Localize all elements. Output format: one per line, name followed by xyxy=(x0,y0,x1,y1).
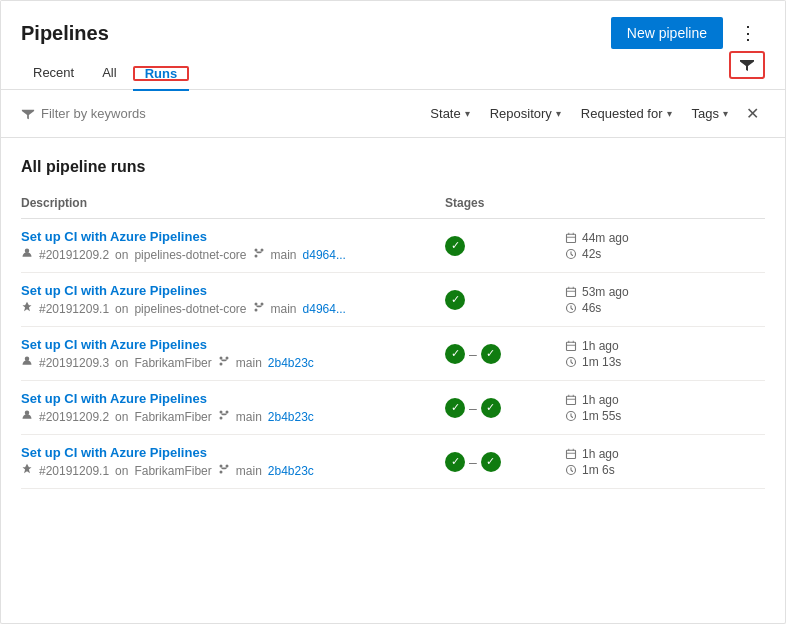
tab-runs[interactable]: Runs xyxy=(133,58,190,91)
more-options-button[interactable]: ⋮ xyxy=(731,18,765,48)
tab-recent[interactable]: Recent xyxy=(21,57,86,90)
stage-dash: – xyxy=(469,400,477,416)
clock-icon xyxy=(565,248,577,260)
header-actions: New pipeline ⋮ xyxy=(611,17,765,49)
stages-col: ✓–✓ xyxy=(445,398,565,418)
tags-chevron-icon: ▾ xyxy=(723,108,728,119)
calendar-icon xyxy=(565,448,577,460)
time-ago: 53m ago xyxy=(582,285,629,299)
time-ago-item: 1h ago xyxy=(565,339,619,353)
commit-hash: 2b4b23c xyxy=(268,410,314,424)
filter-bar-icon xyxy=(21,107,35,121)
pipeline-meta: #20191209.2 on pipelines-dotnet-core mai… xyxy=(21,247,445,262)
svg-rect-26 xyxy=(567,450,576,458)
time-ago: 44m ago xyxy=(582,231,629,245)
pipeline-name-link[interactable]: Set up CI with Azure Pipelines xyxy=(21,229,207,244)
pipeline-name-link[interactable]: Set up CI with Azure Pipelines xyxy=(21,445,207,460)
tags-filter-button[interactable]: Tags ▾ xyxy=(684,102,736,125)
stages-col: ✓ xyxy=(445,290,565,310)
col-time xyxy=(565,194,765,212)
state-filter-button[interactable]: State ▾ xyxy=(422,102,477,125)
stage-check-icon: ✓ xyxy=(445,290,465,310)
section-title: All pipeline runs xyxy=(21,158,765,176)
filter-close-button[interactable]: ✕ xyxy=(740,100,765,127)
svg-point-3 xyxy=(254,255,257,258)
user-icon xyxy=(21,409,33,424)
main-content: All pipeline runs Description Stages Set… xyxy=(1,138,785,499)
svg-point-25 xyxy=(219,471,222,474)
time-col: 1h ago 1m 13s xyxy=(565,339,765,369)
time-ago-item: 1h ago xyxy=(565,447,619,461)
meta-on: on xyxy=(115,410,128,424)
requested-for-filter-button[interactable]: Requested for ▾ xyxy=(573,102,680,125)
pipeline-name-link[interactable]: Set up CI with Azure Pipelines xyxy=(21,391,207,406)
top-right-filter-button[interactable] xyxy=(729,51,765,79)
clock-icon xyxy=(565,464,577,476)
state-chevron-icon: ▾ xyxy=(465,108,470,119)
col-stages: Stages xyxy=(445,194,565,212)
state-label: State xyxy=(430,106,460,121)
time-col: 1h ago 1m 6s xyxy=(565,447,765,477)
pipeline-name-link[interactable]: Set up CI with Azure Pipelines xyxy=(21,337,207,352)
pipeline-meta: #20191209.3 on FabrikamFiber main 2b4b23… xyxy=(21,355,445,370)
tags-label: Tags xyxy=(692,106,719,121)
pipeline-meta: #20191209.2 on FabrikamFiber main 2b4b23… xyxy=(21,409,445,424)
filter-keywords-label: Filter by keywords xyxy=(41,106,146,121)
run-number: #20191209.1 xyxy=(39,464,109,478)
tab-runs-wrapper: Runs xyxy=(133,66,190,81)
user-icon xyxy=(21,463,33,478)
time-col: 53m ago 46s xyxy=(565,285,765,315)
requested-for-chevron-icon: ▾ xyxy=(667,108,672,119)
svg-point-20 xyxy=(219,417,222,420)
meta-on: on xyxy=(115,356,128,370)
description-col: Set up CI with Azure Pipelines #20191209… xyxy=(21,391,445,424)
tab-all[interactable]: All xyxy=(90,57,128,90)
duration-item: 46s xyxy=(565,301,601,315)
svg-point-12 xyxy=(219,357,222,360)
branch-icon xyxy=(218,355,230,370)
stage-check-icon: ✓ xyxy=(445,452,465,472)
description-col: Set up CI with Azure Pipelines #20191209… xyxy=(21,229,445,262)
duration-item: 42s xyxy=(565,247,601,261)
page-title: Pipelines xyxy=(21,22,109,45)
svg-rect-4 xyxy=(567,234,576,242)
stages-col: ✓–✓ xyxy=(445,344,565,364)
stage-check-icon: ✓ xyxy=(481,452,501,472)
stage-dash: – xyxy=(469,454,477,470)
repository-label: Repository xyxy=(490,106,552,121)
time-ago-item: 1h ago xyxy=(565,393,619,407)
branch-icon xyxy=(218,409,230,424)
svg-point-7 xyxy=(260,303,263,306)
duration-item: 1m 13s xyxy=(565,355,621,369)
time-ago: 1h ago xyxy=(582,393,619,407)
svg-rect-21 xyxy=(567,396,576,404)
filter-bar: Filter by keywords State ▾ Repository ▾ … xyxy=(1,90,785,138)
svg-point-19 xyxy=(225,411,228,414)
time-col: 44m ago 42s xyxy=(565,231,765,261)
stage-check-icon: ✓ xyxy=(445,344,465,364)
svg-rect-9 xyxy=(567,288,576,296)
repo-name: FabrikamFiber xyxy=(134,410,211,424)
svg-point-18 xyxy=(219,411,222,414)
meta-on: on xyxy=(115,302,128,316)
stage-check-icon: ✓ xyxy=(481,344,501,364)
svg-point-23 xyxy=(219,465,222,468)
user-icon xyxy=(21,355,33,370)
stage-check-icon: ✓ xyxy=(481,398,501,418)
time-ago-item: 53m ago xyxy=(565,285,629,299)
commit-hash: d4964... xyxy=(303,248,346,262)
svg-point-13 xyxy=(225,357,228,360)
svg-point-1 xyxy=(254,249,257,252)
svg-point-24 xyxy=(225,465,228,468)
pipeline-name-link[interactable]: Set up CI with Azure Pipelines xyxy=(21,283,207,298)
description-col: Set up CI with Azure Pipelines #20191209… xyxy=(21,337,445,370)
filter-dropdowns: State ▾ Repository ▾ Requested for ▾ Tag… xyxy=(422,100,765,127)
filter-keywords-area: Filter by keywords xyxy=(21,106,146,121)
duration-item: 1m 6s xyxy=(565,463,615,477)
calendar-icon xyxy=(565,340,577,352)
duration: 46s xyxy=(582,301,601,315)
new-pipeline-button[interactable]: New pipeline xyxy=(611,17,723,49)
repository-filter-button[interactable]: Repository ▾ xyxy=(482,102,569,125)
description-col: Set up CI with Azure Pipelines #20191209… xyxy=(21,283,445,316)
repo-name: FabrikamFiber xyxy=(134,464,211,478)
